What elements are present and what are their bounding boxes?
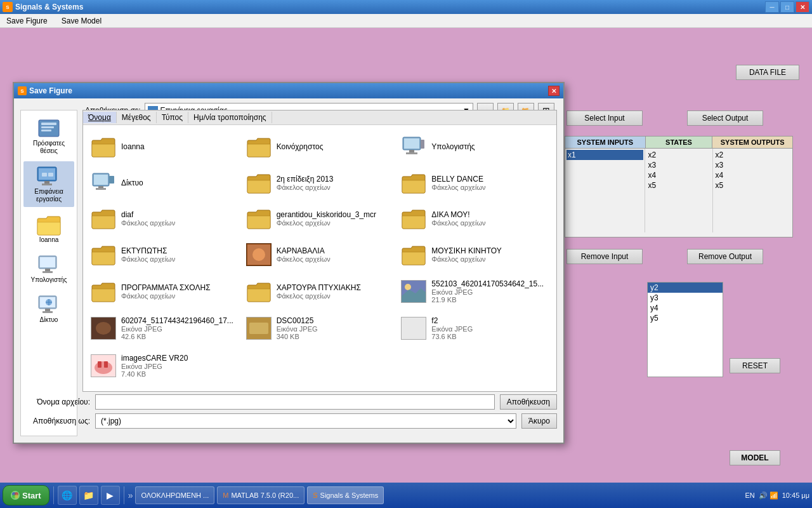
file-grid: Ioanna Κοινόχρηστος (83, 125, 556, 388)
file-ektipoths[interactable]: ΕΚΤΥΠΩΤΗΣΦάκελος αρχείων (88, 238, 241, 272)
col-date[interactable]: Ημ/νία τροποποίησης (188, 112, 272, 123)
taskbar-expand[interactable]: » (128, 490, 133, 500)
file-xartoura[interactable]: ΧΑΡΤΟΥΡΑ ΠΤΥΧΙΑΚΗΣΦάκελος αρχείων (244, 274, 396, 309)
reset-button[interactable]: RESET (730, 358, 780, 373)
file-gerantidou[interactable]: gerantidou_kiskoridou_3_mcrΦάκελος αρχεί… (244, 202, 396, 236)
sidebar-ioanna-label: Ioanna (39, 236, 59, 243)
lang-indicator: EN (745, 491, 754, 499)
sidebar-computer[interactable]: Υπολογιστής (23, 250, 74, 287)
svg-rect-22 (404, 138, 419, 149)
sidebar-desktop-label: Επιφάνεια εργασίας (26, 188, 72, 203)
svg-point-32 (252, 248, 265, 261)
menu-save-figure[interactable]: Save Figure (3, 15, 51, 27)
svg-rect-19 (45, 309, 50, 311)
output-y5[interactable]: y5 (648, 313, 723, 323)
sidebar-desktop[interactable]: Επιφάνεια εργασίας (23, 161, 74, 207)
filename-input[interactable] (95, 394, 495, 410)
taskbar-icon-folder[interactable]: 📁 (79, 486, 98, 505)
col-size[interactable]: Μέγεθος (117, 112, 157, 123)
remove-input-button[interactable]: Remove Input (566, 249, 643, 264)
output-item-x4[interactable]: x4 (714, 170, 791, 180)
file-552103[interactable]: 552103_462014170534642_15...Εικόνα JPEG2… (398, 274, 551, 309)
minimize-button[interactable]: ─ (765, 1, 779, 13)
file-network[interactable]: Δίκτυο (88, 166, 241, 200)
svg-rect-20 (43, 311, 53, 313)
file-belly-dance[interactable]: BELLY DANCEΦάκελος αρχείων (398, 166, 551, 200)
svg-rect-28 (98, 186, 103, 188)
dialog-title-bar: S Save Figure ✕ (14, 83, 563, 98)
cancel-button[interactable]: Άκυρο (521, 413, 557, 429)
file-ioanna[interactable]: Ioanna (88, 130, 241, 164)
output-item-x5[interactable]: x5 (714, 180, 791, 190)
taskbar-app-signals[interactable]: S Signals & Systems (307, 486, 384, 504)
file-list-area: Όνομα Μέγεθος Τύπος Ημ/νία τροποποίησης … (82, 110, 557, 392)
file-koinoxristos[interactable]: Κοινόχρηστος (244, 130, 396, 164)
state-item-x4[interactable]: x4 (646, 170, 710, 180)
select-input-button[interactable]: Select Input (566, 110, 643, 126)
remove-output-button[interactable]: Remove Output (687, 249, 763, 264)
svg-rect-11 (40, 257, 55, 267)
file-mousiki[interactable]: ΜΟΥΣΙΚΗ ΚΙΝΗΤΟΥΦάκελος αρχείων (398, 238, 551, 272)
state-item-x3[interactable]: x3 (646, 160, 710, 170)
save-figure-dialog: S Save Figure ✕ Αποθήκευση σε: Επιφάνεια… (13, 82, 565, 444)
svg-point-40 (95, 361, 112, 374)
filename-row: Όνομα αρχείου: Αποθήκευση (20, 394, 557, 410)
sidebar-recent[interactable]: Πρόσφατες θέσεις (23, 113, 74, 159)
svg-rect-24 (406, 152, 417, 154)
system-outputs-header: SYSTEM OUTPUTS (712, 137, 792, 148)
output-y4[interactable]: y4 (648, 303, 723, 313)
svg-rect-29 (96, 188, 106, 190)
dialog-close-button[interactable]: ✕ (548, 86, 560, 96)
taskbar-signals-icon: S (313, 491, 317, 499)
select-output-button[interactable]: Select Output (687, 110, 763, 126)
system-inputs-header: SYSTEM INPUTS (565, 137, 646, 148)
sidebar-network-label: Δίκτυο (40, 316, 58, 323)
taskbar-matlab-icon: M (223, 491, 228, 499)
filetype-select[interactable]: (*.jpg) (95, 413, 516, 429)
file-2i-epideiksi[interactable]: 2η επίδειξη 2013Φάκελος αρχείων (244, 166, 396, 200)
file-dika-mou[interactable]: ΔΙΚΑ ΜΟΥ!Φάκελος αρχείων (398, 202, 551, 236)
output-item-x2[interactable]: x2 (714, 150, 791, 160)
svg-rect-12 (45, 269, 50, 271)
svg-rect-6 (44, 181, 49, 184)
close-button[interactable]: ✕ (796, 1, 809, 13)
col-type[interactable]: Τύπος (157, 112, 188, 123)
taskbar-icon-media[interactable]: ▶ (101, 486, 120, 505)
model-button[interactable]: MODEL (730, 450, 780, 465)
dialog-bottom: Όνομα αρχείου: Αποθήκευση Αποθήκευση ως:… (20, 394, 557, 436)
maximize-button[interactable]: □ (780, 1, 794, 13)
taskbar-app-matlab[interactable]: M MATLAB 7.5.0 (R20... (217, 486, 304, 504)
file-images-care[interactable]: imagesCARE VR20Εικόνα JPEG7.40 KB (88, 348, 241, 383)
taskbar: Start 🌐 📁 ▶ » ΟΛΟΚΛΗΡΩΜΕΝΗ ... M MATLAB … (0, 483, 812, 508)
file-computer[interactable]: Υπολογιστής (398, 130, 551, 164)
output-y2[interactable]: y2 (648, 283, 723, 293)
file-dsc00125[interactable]: DSC00125Εικόνα JPEG340 KB (244, 311, 396, 346)
svg-point-47 (15, 495, 18, 498)
output-item-x3[interactable]: x3 (714, 160, 791, 170)
file-602074[interactable]: 602074_511744342196460_17...Εικόνα JPEG4… (88, 311, 241, 346)
dialog-icon: S (18, 86, 27, 95)
tray-icons: 🔊 📶 (759, 491, 778, 500)
file-karnavalia[interactable]: ΚΑΡΝΑΒΑΛΙΑΦάκελος αρχείων (244, 238, 396, 272)
file-diaf[interactable]: diafΦάκελος αρχείων (88, 202, 241, 236)
menu-save-model[interactable]: Save Model (58, 15, 105, 27)
sidebar-ioanna[interactable]: Ioanna (23, 210, 74, 247)
taskbar-system-tray: EN 🔊 📶 10:45 μμ (745, 491, 809, 500)
data-file-button[interactable]: DATA FILE (736, 65, 799, 80)
taskbar-icon-ie[interactable]: 🌐 (58, 486, 77, 505)
state-item-x2[interactable]: x2 (646, 150, 710, 160)
start-button[interactable]: Start (3, 485, 49, 505)
taskbar-time: 10:45 μμ (782, 491, 809, 499)
state-item-x5[interactable]: x5 (646, 180, 710, 190)
sidebar-network[interactable]: Δίκτυο (23, 290, 74, 327)
taskbar-app-olo[interactable]: ΟΛΟΚΛΗΡΩΜΕΝΗ ... (135, 486, 214, 504)
file-programmata[interactable]: ΠΡΟΓΡΑΜΜΑΤΑ ΣΧΟΛΗΣΦάκελος αρχείων (88, 274, 241, 309)
dialog-sidebar: Πρόσφατες θέσεις Επιφάνεια εργασίας (20, 110, 77, 436)
app-icon: S (3, 2, 13, 12)
col-name[interactable]: Όνομα (83, 112, 117, 123)
file-f2[interactable]: f2Εικόνα JPEG73.6 KB (398, 311, 551, 346)
input-item-x1[interactable]: x1 (566, 150, 643, 160)
output-y3[interactable]: y3 (648, 293, 723, 303)
save-button[interactable]: Αποθήκευση (500, 394, 557, 410)
dialog-title: Save Figure (29, 86, 72, 95)
